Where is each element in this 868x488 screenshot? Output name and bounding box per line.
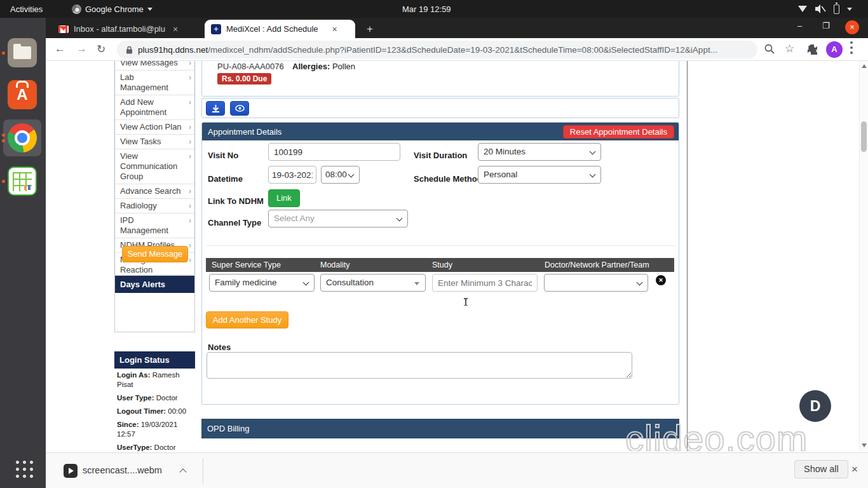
sidebar-item-add-new-appointment[interactable]: Add New Appointment› <box>115 95 194 120</box>
libreoffice-calc-icon[interactable] <box>8 166 37 196</box>
chevron-right-icon: › <box>189 240 191 250</box>
link-ndhm-button[interactable]: Link <box>268 189 300 207</box>
view-button[interactable] <box>230 101 249 116</box>
divider <box>203 458 203 484</box>
login-status-panel: Login Status Login As: Ramesh Pisat User… <box>114 351 195 451</box>
visit-no-input[interactable] <box>268 143 400 161</box>
super-service-type-select[interactable]: Family medicine <box>209 274 315 292</box>
remove-study-icon[interactable]: ✕ <box>656 275 666 285</box>
usertype-row: UserType: Doctor <box>114 441 195 451</box>
send-message-button[interactable]: Send Message <box>122 246 188 262</box>
schedule-method-label: Schedule Method <box>414 174 482 184</box>
close-download-bar-icon[interactable]: × <box>851 463 858 476</box>
chevron-up-icon[interactable] <box>179 468 186 475</box>
content-edge-line <box>687 61 688 451</box>
sidebar-item-view-action-plan[interactable]: View Action Plan› <box>115 120 194 135</box>
sidebar-item-view-tasks[interactable]: View Tasks› <box>115 135 194 149</box>
action-button-strip <box>201 98 679 118</box>
chevron-right-icon: › <box>189 201 191 211</box>
chevron-down-icon <box>847 8 852 11</box>
sidebar-item-ipd-management[interactable]: IPD Management› <box>115 214 194 238</box>
page-avatar-badge[interactable]: D <box>799 390 831 422</box>
url-domain: plus91hq.ddns.net <box>138 45 208 55</box>
system-tray[interactable] <box>798 0 852 18</box>
running-indicator <box>2 133 5 137</box>
chevron-right-icon: › <box>189 122 191 132</box>
study-search-input[interactable] <box>432 274 538 292</box>
channel-type-select[interactable]: Select Any <box>268 210 408 227</box>
channel-type-label: Channel Type <box>208 218 261 227</box>
modality-select[interactable]: Consultation <box>320 274 426 292</box>
menu-dots-icon[interactable] <box>850 41 853 44</box>
days-alerts-panel: Days Alerts <box>114 275 195 332</box>
bookmark-star-icon[interactable]: ☆ <box>785 42 794 55</box>
browser-tab-strip: Inbox - altaf.tamboli@plu × + MediXcel :… <box>46 18 868 38</box>
sidebar-item-lab-management[interactable]: Lab Management› <box>115 71 194 95</box>
link-to-ndhm-label: Link To NDHM <box>208 196 264 206</box>
download-button[interactable] <box>206 101 225 116</box>
visit-duration-label: Visit Duration <box>414 151 467 160</box>
eye-icon <box>235 105 245 112</box>
download-icon <box>212 104 220 112</box>
reset-appointment-button[interactable]: Reset Appointment Details <box>563 125 674 139</box>
url-bar[interactable]: plus91hq.ddns.net/medixcel_ndhm/addSched… <box>117 41 757 58</box>
chevron-down-icon <box>147 8 153 11</box>
scroll-down-icon[interactable] <box>862 444 867 447</box>
search-icon[interactable] <box>764 43 775 55</box>
sidebar-item-view-communication-group[interactable]: View Communication Group› <box>115 149 194 184</box>
close-window-button[interactable]: × <box>845 20 859 34</box>
battery-icon <box>834 4 839 14</box>
chevron-right-icon: › <box>189 61 191 68</box>
sidebar-item-radiology[interactable]: Radiology› <box>115 199 194 214</box>
col-study: Study <box>432 261 452 269</box>
browser-toolbar: ← → ↻ plus91hq.ddns.net/medixcel_ndhm/ad… <box>46 38 868 61</box>
col-doctor-network: Doctor/Network Partner/Team <box>545 261 649 269</box>
reload-icon[interactable]: ↻ <box>97 43 105 56</box>
show-applications-icon[interactable] <box>14 459 33 478</box>
notes-textarea[interactable] <box>207 352 632 379</box>
days-alerts-header: Days Alerts <box>115 276 194 293</box>
running-indicator <box>2 139 5 142</box>
maximize-button[interactable]: ❐ <box>822 21 830 30</box>
time-select[interactable]: 08:00 <box>321 166 360 184</box>
new-tab-button[interactable]: + <box>367 23 373 36</box>
show-all-button[interactable]: Show all <box>794 460 848 478</box>
visit-duration-select[interactable]: 20 Minutes <box>478 143 601 161</box>
add-another-study-button[interactable]: Add Another Study <box>206 311 288 329</box>
profile-avatar[interactable]: A <box>826 41 843 58</box>
chrome-app-icon[interactable] <box>8 123 37 152</box>
scrollbar[interactable] <box>859 61 868 451</box>
date-input[interactable] <box>268 166 316 184</box>
doctor-network-select[interactable] <box>544 274 648 292</box>
patient-id: PU-A08-AAA0076 <box>217 62 284 71</box>
files-app-icon[interactable] <box>8 38 37 67</box>
notes-label: Notes <box>208 342 231 352</box>
extensions-puzzle-icon[interactable] <box>807 43 818 55</box>
close-tab-icon[interactable]: × <box>332 24 337 34</box>
sidebar-item-advance-search[interactable]: Advance Search› <box>115 184 194 199</box>
tab-gmail[interactable]: Inbox - altaf.tamboli@plu × <box>52 20 201 38</box>
chrome-mono-icon <box>72 4 81 14</box>
scrollbar-thumb[interactable] <box>861 121 867 152</box>
chevron-right-icon: › <box>189 97 191 107</box>
activities-button[interactable]: Activities <box>10 0 43 18</box>
app-menu[interactable]: Google Chrome <box>72 0 153 18</box>
schedule-method-select[interactable]: Personal <box>478 166 601 184</box>
scroll-up-icon[interactable] <box>862 64 867 68</box>
ubuntu-software-icon[interactable]: A <box>8 80 37 109</box>
divider <box>206 245 675 246</box>
clock[interactable]: Mar 19 12:59 <box>402 0 451 18</box>
folder-icon <box>13 46 31 59</box>
minimize-button[interactable]: – <box>797 21 802 30</box>
chevron-right-icon: › <box>189 255 191 265</box>
sidebar-item-view-messages[interactable]: View Messages› <box>115 61 194 71</box>
download-filename[interactable]: screencast....webm <box>83 465 162 475</box>
download-bar: screencast....webm Show all × <box>46 452 868 488</box>
close-tab-icon[interactable]: × <box>173 24 178 34</box>
forward-icon[interactable]: → <box>76 43 87 55</box>
col-super-service-type: Super Service Type <box>212 261 281 269</box>
system-top-bar: Activities Google Chrome Mar 19 12:59 <box>0 0 868 18</box>
back-icon[interactable]: ← <box>55 43 65 55</box>
tab-medixcel[interactable]: + MediXcel : Add Schedule × <box>205 20 355 38</box>
datetime-label: Datetime <box>208 174 243 184</box>
